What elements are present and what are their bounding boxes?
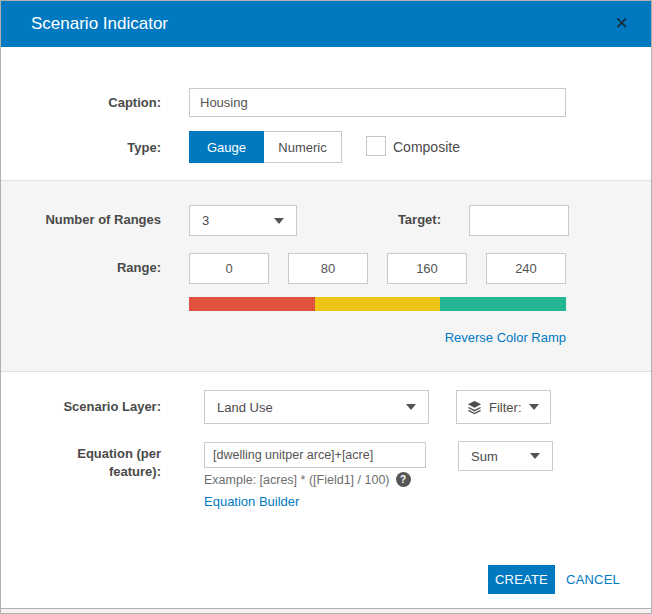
aggregate-dropdown[interactable]: Sum xyxy=(458,441,553,471)
aggregate-value: Sum xyxy=(471,449,498,464)
reverse-color-ramp-link[interactable]: Reverse Color Ramp xyxy=(189,330,566,345)
equation-example: Example: [acres] * ([Field1] / 100) ? xyxy=(204,472,411,487)
target-input[interactable] xyxy=(469,205,569,236)
filter-button[interactable]: Filter: xyxy=(456,390,551,424)
chevron-down-icon xyxy=(529,404,539,410)
equation-label-line2: feature): xyxy=(109,464,161,479)
ramp-segment-yellow xyxy=(315,297,441,311)
number-of-ranges-label: Number of Ranges xyxy=(1,212,161,227)
help-icon[interactable]: ? xyxy=(396,472,411,487)
range-label: Range: xyxy=(1,260,161,275)
caption-label: Caption: xyxy=(1,95,161,110)
equation-label-line1: Equation (per xyxy=(77,446,161,461)
layers-icon xyxy=(467,400,482,415)
range-input-2[interactable] xyxy=(288,253,368,284)
type-option-numeric[interactable]: Numeric xyxy=(264,131,342,163)
composite-checkbox[interactable] xyxy=(366,136,386,156)
composite-label[interactable]: Composite xyxy=(393,139,460,155)
dialog-title: Scenario Indicator xyxy=(31,1,168,47)
ramp-segment-teal xyxy=(440,297,566,311)
equation-label: Equation (per feature): xyxy=(1,445,161,481)
equation-input[interactable] xyxy=(204,442,426,468)
equation-builder-link[interactable]: Equation Builder xyxy=(204,494,299,509)
scenario-indicator-dialog: Scenario Indicator ✕ Caption: Type: Gaug… xyxy=(0,0,652,614)
filter-label: Filter: xyxy=(489,400,522,415)
scenario-layer-value: Land Use xyxy=(217,400,273,415)
cancel-button[interactable]: CANCEL xyxy=(566,565,620,594)
type-option-gauge[interactable]: Gauge xyxy=(189,131,264,163)
range-input-1[interactable] xyxy=(189,253,269,284)
color-ramp xyxy=(189,297,566,311)
type-label: Type: xyxy=(1,140,161,155)
chevron-down-icon xyxy=(530,453,540,459)
range-input-3[interactable] xyxy=(387,253,467,284)
create-button[interactable]: CREATE xyxy=(488,565,555,594)
scenario-layer-dropdown[interactable]: Land Use xyxy=(204,390,429,424)
dialog-titlebar: Scenario Indicator ✕ xyxy=(1,1,651,47)
scenario-layer-label: Scenario Layer: xyxy=(1,399,161,414)
ramp-segment-red xyxy=(189,297,315,311)
target-label: Target: xyxy=(281,212,441,227)
type-toggle: Gauge Numeric xyxy=(189,131,342,163)
caption-input[interactable] xyxy=(189,88,566,117)
chevron-down-icon xyxy=(406,404,416,410)
number-of-ranges-value: 3 xyxy=(202,213,209,228)
equation-example-text: Example: [acres] * ([Field1] / 100) xyxy=(204,473,390,487)
range-input-4[interactable] xyxy=(486,253,566,284)
close-icon[interactable]: ✕ xyxy=(615,1,629,47)
